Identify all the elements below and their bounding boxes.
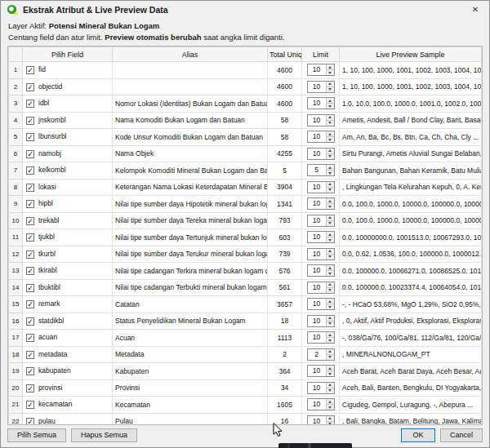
limit-spinbox[interactable]: 2 [307, 348, 335, 361]
field-checkbox[interactable]: ✓ [26, 117, 34, 125]
row-number[interactable]: 22 [9, 413, 23, 425]
spin-down-icon[interactable] [327, 254, 334, 259]
spin-down-icon[interactable] [327, 304, 334, 309]
taskbar[interactable] [278, 443, 352, 448]
row-number[interactable]: 15 [9, 296, 23, 313]
limit-spinbox[interactable]: 10 [307, 148, 335, 160]
limit-spinbox[interactable]: 10 [307, 97, 335, 109]
col-header-total-uniq[interactable]: Total Uniq [268, 47, 302, 62]
col-header-alias[interactable]: Alias [113, 47, 268, 62]
row-number[interactable]: 11 [9, 229, 23, 246]
spin-down-icon[interactable] [327, 136, 334, 142]
spin-down-icon[interactable] [327, 321, 334, 326]
field-checkbox[interactable]: ✓ [26, 100, 34, 108]
field-checkbox[interactable]: ✓ [26, 351, 34, 359]
row-number[interactable]: 1 [9, 62, 23, 79]
col-header-limit[interactable]: Limit [302, 47, 340, 62]
field-checkbox[interactable]: ✓ [26, 317, 34, 326]
field-checkbox[interactable]: ✓ [26, 418, 34, 425]
row-number[interactable]: 4 [9, 112, 23, 129]
spin-down-icon[interactable] [327, 404, 334, 410]
spin-down-icon[interactable] [327, 153, 334, 159]
spin-down-icon[interactable] [327, 237, 334, 242]
limit-spinbox[interactable]: 10 [307, 197, 335, 210]
spin-buttons [326, 399, 334, 410]
row-number[interactable]: 3 [9, 95, 23, 113]
select-all-button[interactable]: Pilih Semua [7, 428, 66, 442]
field-checkbox[interactable]: ✓ [26, 233, 34, 242]
field-checkbox[interactable]: ✓ [26, 367, 34, 375]
limit-spinbox[interactable]: 5 [307, 164, 335, 176]
field-checkbox[interactable]: ✓ [26, 200, 34, 208]
limit-spinbox[interactable]: 10 [307, 382, 335, 394]
spin-down-icon[interactable] [327, 370, 334, 376]
spin-down-icon[interactable] [327, 103, 334, 109]
limit-spinbox[interactable]: 10 [307, 298, 335, 310]
limit-spinbox[interactable]: 10 [307, 131, 335, 143]
row-number[interactable]: 10 [9, 212, 23, 229]
field-checkbox[interactable]: ✓ [26, 251, 34, 259]
titlebar[interactable]: Ekstrak Atribut & Live Preview Data ✕ [1, 1, 489, 19]
row-number[interactable]: 16 [9, 313, 23, 330]
row-number[interactable]: 21 [9, 397, 23, 414]
ok-button[interactable]: OK [401, 428, 435, 442]
row-number[interactable]: 12 [9, 246, 23, 263]
col-header-pilih-field[interactable]: Pilih Field [23, 47, 113, 62]
field-checkbox[interactable]: ✓ [26, 384, 34, 393]
row-number[interactable]: 18 [9, 346, 23, 363]
field-checkbox[interactable]: ✓ [26, 334, 34, 342]
limit-spinbox[interactable]: 10 [307, 181, 335, 193]
row-number[interactable]: 9 [9, 196, 23, 213]
row-number[interactable]: 17 [9, 330, 23, 347]
limit-spinbox[interactable]: 10 [307, 81, 335, 93]
limit-spinbox[interactable]: 10 [307, 365, 335, 377]
row-number[interactable]: 20 [9, 379, 23, 397]
cancel-button[interactable]: Cancel [440, 428, 483, 442]
spin-down-icon[interactable] [327, 388, 334, 393]
spin-down-icon[interactable] [327, 170, 334, 175]
field-checkbox[interactable]: ✓ [26, 217, 34, 225]
limit-spinbox[interactable]: 10 [307, 64, 335, 76]
row-number[interactable]: 14 [9, 279, 23, 296]
field-checkbox[interactable]: ✓ [26, 66, 34, 74]
limit-spinbox[interactable]: 10 [307, 114, 335, 126]
row-number[interactable]: 5 [9, 129, 23, 146]
close-icon[interactable]: ✕ [461, 1, 489, 19]
spin-down-icon[interactable] [327, 270, 334, 276]
limit-spinbox[interactable]: 10 [307, 315, 335, 327]
limit-spinbox[interactable]: 10 [307, 398, 335, 410]
limit-spinbox[interactable]: 10 [307, 331, 335, 344]
row-number[interactable]: 19 [9, 363, 23, 380]
limit-spinbox[interactable]: 10 [307, 231, 335, 243]
spin-down-icon[interactable] [327, 287, 334, 293]
spin-down-icon[interactable] [327, 354, 334, 360]
row-number[interactable]: 2 [9, 78, 23, 95]
limit-spinbox[interactable]: 10 [307, 215, 335, 227]
field-checkbox[interactable]: ✓ [26, 83, 34, 91]
limit-spinbox[interactable]: 10 [307, 415, 335, 425]
col-header-live-preview[interactable]: Live Preview Sample [340, 47, 482, 62]
field-checkbox[interactable]: ✓ [26, 300, 34, 308]
spin-down-icon[interactable] [327, 220, 334, 226]
row-number[interactable]: 7 [9, 162, 23, 180]
field-checkbox[interactable]: ✓ [26, 133, 34, 141]
row-number[interactable]: 8 [9, 179, 23, 196]
field-checkbox[interactable]: ✓ [26, 267, 34, 275]
spin-down-icon[interactable] [327, 337, 334, 343]
spin-down-icon[interactable] [327, 69, 334, 75]
spin-down-icon[interactable] [327, 120, 334, 126]
limit-spinbox[interactable]: 10 [307, 264, 335, 277]
spin-down-icon[interactable] [327, 187, 334, 193]
field-checkbox[interactable]: ✓ [26, 150, 34, 158]
clear-all-button[interactable]: Hapus Semua [71, 428, 137, 442]
row-number[interactable]: 13 [9, 263, 23, 280]
field-checkbox[interactable]: ✓ [26, 166, 34, 175]
field-checkbox[interactable]: ✓ [26, 284, 34, 292]
spin-down-icon[interactable] [327, 203, 334, 209]
limit-spinbox[interactable]: 10 [307, 248, 335, 260]
row-number[interactable]: 6 [9, 145, 23, 162]
spin-down-icon[interactable] [327, 86, 334, 92]
field-checkbox[interactable]: ✓ [26, 184, 34, 192]
limit-spinbox[interactable]: 10 [307, 282, 335, 294]
field-checkbox[interactable]: ✓ [26, 401, 34, 409]
